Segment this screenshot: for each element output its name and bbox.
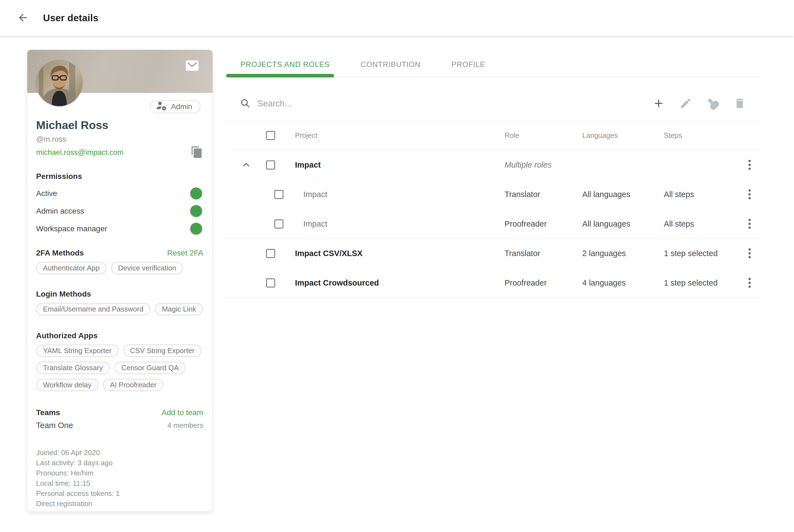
user-handle: @m.ross <box>36 135 203 144</box>
authorized-apps-title: Authorized Apps <box>36 331 203 340</box>
meta-pronouns: Pronouns: He/him <box>36 468 203 478</box>
project-steps: 1 step selected <box>664 279 739 287</box>
row-menu-button[interactable] <box>747 188 752 201</box>
team-members-count: 4 members <box>167 421 203 430</box>
broom-icon <box>706 97 719 111</box>
authorized-app-chip: Workflow delay <box>36 379 98 391</box>
table-row-child: Impact Translator All languages All step… <box>226 180 760 209</box>
project-name: Impact Crowdsourced <box>295 279 505 287</box>
role-badge: Admin <box>150 100 201 113</box>
meta-local-time: Local time: 11:15 <box>36 478 203 489</box>
authorized-app-chip: CSV String Exporter <box>123 345 202 357</box>
user-meta: Joined: 06 Apr 2020 Last activity: 3 day… <box>36 448 203 509</box>
add-to-team-link[interactable]: Add to team <box>162 408 203 417</box>
team-row: Team One 4 members <box>36 421 203 430</box>
add-project-button[interactable] <box>652 97 665 111</box>
project-languages: 2 languages <box>582 249 664 258</box>
active-tab-indicator <box>226 74 334 77</box>
copy-email-button[interactable] <box>190 146 203 159</box>
row-checkbox[interactable] <box>274 220 283 229</box>
project-role: Translator <box>505 190 582 199</box>
projects-toolbar <box>226 91 760 116</box>
teams-title: Teams <box>36 408 60 417</box>
user-email-link[interactable]: michael.ross@impact.com <box>36 148 124 157</box>
row-menu-button[interactable] <box>747 158 752 171</box>
twofa-method-chip: Authenticator App <box>36 262 107 274</box>
back-arrow-icon <box>17 12 29 24</box>
user-name: Michael Ross <box>36 119 203 132</box>
row-checkbox[interactable] <box>266 160 275 170</box>
project-name: Impact <box>295 160 505 170</box>
meta-joined: Joined: 06 Apr 2020 <box>36 448 203 458</box>
plus-icon <box>652 97 665 111</box>
role-badge-label: Admin <box>171 102 192 111</box>
login-methods-title: Login Methods <box>36 290 203 299</box>
project-role: Multiple roles <box>505 160 582 170</box>
project-steps: All steps <box>664 190 739 199</box>
collapse-row-button[interactable] <box>242 160 251 170</box>
login-method-chips: Email/Username and Password Magic Link <box>36 303 203 315</box>
tab-profile[interactable]: PROFILE <box>452 60 486 69</box>
admin-access-toggle[interactable] <box>183 207 201 215</box>
table-row-group: Impact Multiple roles <box>226 150 760 180</box>
authorized-app-chip: Translate Glossary <box>36 362 110 374</box>
column-header-languages: Languages <box>582 131 664 140</box>
table-row-child: Impact Proofreader All languages All ste… <box>226 209 760 239</box>
project-name: Impact <box>295 190 505 199</box>
column-header-project: Project <box>295 131 505 140</box>
select-all-checkbox[interactable] <box>266 131 275 140</box>
permission-row-active: Active <box>36 185 203 202</box>
permission-label: Active <box>36 189 57 198</box>
permission-row-admin-access: Admin access <box>36 202 203 220</box>
meta-last-activity: Last activity: 3 days ago <box>36 458 203 468</box>
authorized-app-chip: YAML String Exporter <box>36 345 118 357</box>
permissions-title: Permissions <box>36 172 203 181</box>
column-header-role: Role <box>505 131 582 140</box>
project-name: Impact <box>295 220 505 229</box>
row-checkbox[interactable] <box>274 190 283 199</box>
search-input[interactable] <box>258 99 506 109</box>
permission-label: Workspace manager <box>36 224 107 233</box>
user-card: Admin Michael Ross @m.ross michael.ross@… <box>27 50 213 512</box>
table-row: Impact Crowdsourced Proofreader 4 langua… <box>226 268 760 298</box>
column-header-steps: Steps <box>664 131 739 140</box>
delete-button[interactable] <box>733 97 746 111</box>
search-icon <box>240 98 250 110</box>
table-row: Impact CSV/XLSX Translator 2 languages 1… <box>226 239 760 268</box>
reset-2fa-link[interactable]: Reset 2FA <box>167 249 203 258</box>
project-languages: All languages <box>582 220 664 229</box>
pencil-icon <box>679 97 692 111</box>
tab-contribution[interactable]: CONTRIBUTION <box>361 60 421 69</box>
meta-registration: Direct registration <box>36 499 203 509</box>
twofa-title: 2FA Methods <box>36 249 84 258</box>
twofa-method-chip: Device verification <box>111 262 183 274</box>
project-role: Translator <box>505 249 582 258</box>
admin-person-gear-icon <box>156 101 167 113</box>
authorized-app-chip: AI Proofreader <box>103 379 164 391</box>
projects-table: Project Role Languages Steps Impact Mult… <box>226 120 760 298</box>
clean-button[interactable] <box>706 97 719 111</box>
permission-row-workspace-manager: Workspace manager <box>36 220 203 238</box>
row-menu-button[interactable] <box>747 247 752 260</box>
project-languages: 4 languages <box>582 279 664 287</box>
active-toggle[interactable] <box>183 190 201 197</box>
tab-projects-and-roles[interactable]: PROJECTS AND ROLES <box>240 60 330 69</box>
mail-icon <box>186 60 199 72</box>
login-method-chip: Email/Username and Password <box>36 303 150 315</box>
top-bar: User details <box>0 0 794 36</box>
meta-access-tokens: Personal access tokens: 1 <box>36 489 203 499</box>
copy-icon <box>190 146 203 159</box>
row-checkbox[interactable] <box>266 279 275 287</box>
user-details-screen: User details <box>0 0 794 532</box>
row-checkbox[interactable] <box>266 249 275 258</box>
authorized-app-chips: YAML String Exporter CSV String Exporter… <box>36 345 203 391</box>
row-menu-button[interactable] <box>747 276 752 289</box>
edit-button[interactable] <box>679 97 692 111</box>
project-role: Proofreader <box>505 279 582 287</box>
send-email-button[interactable] <box>186 60 199 72</box>
back-button[interactable] <box>17 12 29 24</box>
login-method-chip: Magic Link <box>155 303 203 315</box>
workspace-manager-toggle[interactable] <box>183 225 201 233</box>
permission-label: Admin access <box>36 207 84 215</box>
row-menu-button[interactable] <box>747 217 752 230</box>
